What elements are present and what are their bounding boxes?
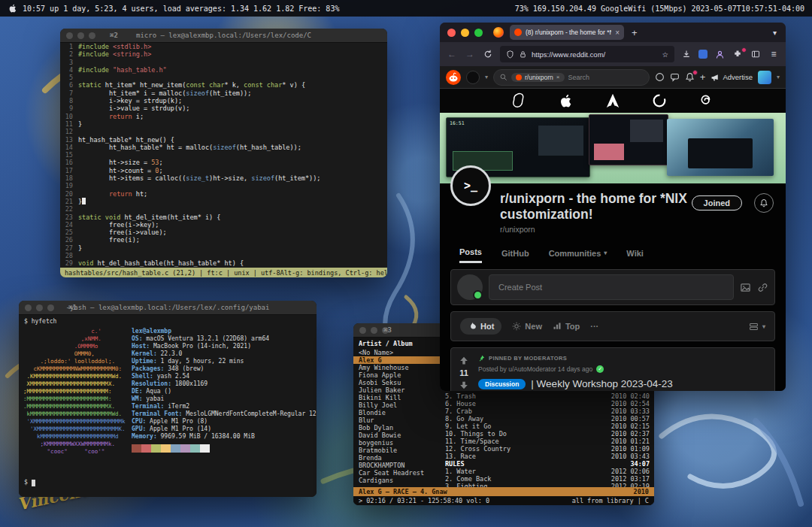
artist-item[interactable]: boygenius [353,439,442,447]
tab-posts[interactable]: Posts [459,247,482,263]
track-item[interactable]: 10. Things to Do2010 02:37 [442,430,654,438]
new-tab-button[interactable]: + [632,27,638,38]
address-bar[interactable]: https://www.reddit.com/ ☆ [500,46,674,62]
minimize-button[interactable] [371,327,377,334]
zoom-button[interactable] [47,304,54,311]
reload-button[interactable] [482,50,494,59]
create-post-plus-icon[interactable]: + [700,71,706,83]
minimize-button[interactable] [77,32,84,39]
micro-titlebar[interactable]: ⌘2 micro — lex@alexmbp.local:/Users/lex/… [60,29,387,43]
artist-item[interactable]: Blondie [353,409,442,416]
notify-bell-button[interactable] [754,193,774,213]
chevron-down-icon[interactable]: ▾ [485,74,488,80]
track-item[interactable]: 9. Let it Go2010 02:15 [442,423,654,430]
minimize-button[interactable] [461,29,469,37]
shell-prompt[interactable]: $ [24,479,35,486]
subreddit-chip[interactable]: r/unixporn × [511,73,564,82]
search-bar[interactable]: r/unixporn × Search [493,69,650,86]
download-icon[interactable] [680,50,692,59]
terminal-output[interactable]: $ hyfetch c.' ,xNMM. .OMMMMo OMMM0, .;lo… [19,315,317,497]
close-button[interactable] [66,32,73,39]
coins-icon[interactable] [655,72,665,82]
browser-tab[interactable]: (8) r/unixporn - the home for *N × [510,25,624,40]
post-flair[interactable]: Discussion [478,379,526,389]
artist-item[interactable]: <No Name> [353,349,442,356]
artist-item[interactable]: Julien Baker [353,386,442,394]
subreddit-avatar[interactable]: >_ [450,165,491,206]
joined-button[interactable]: Joined [692,195,742,210]
apple-menu-icon[interactable] [8,3,17,14]
firefox-titlebar[interactable]: (8) r/unixporn - the home for *N × + ▾ [440,23,786,42]
track-item[interactable]: 1. Water2012 02:06 [442,468,654,475]
lock-icon[interactable] [519,50,527,59]
close-button[interactable] [359,327,366,334]
post-card[interactable]: 11 PINNED BY MODERATORS Posted by u/Auto… [450,347,775,391]
artist-item[interactable]: Amy Winehouse [353,364,442,371]
artist-item[interactable]: Bob Dylan [353,424,442,432]
bookmark-star-icon[interactable]: ☆ [662,50,668,59]
artist-item[interactable]: Asobi Seksu [353,379,442,386]
track-item[interactable]: 12. Cross Country2010 01:09 [442,445,654,453]
artist-item[interactable]: BROCKHAMPTON [353,462,442,469]
code-editor[interactable]: 1#include <stdlib.h>2#include <string.h>… [60,43,387,268]
shield-icon[interactable] [506,50,514,59]
artist-item[interactable]: Billy Joel [353,401,442,409]
user-avatar[interactable] [457,274,483,300]
image-post-icon[interactable] [740,282,751,293]
url-text[interactable]: https://www.reddit.com/ [532,50,657,59]
close-button[interactable] [25,304,32,311]
tab-github[interactable]: GitHub [501,247,529,263]
user-avatar[interactable] [758,71,771,84]
bell-icon[interactable] [685,72,695,82]
sort-top-button[interactable]: Top [553,322,580,331]
community-dropdown[interactable] [466,71,480,84]
track-item[interactable]: 11. Time/Space2010 01:21 [442,438,654,445]
firefox-view-icon[interactable] [493,27,504,38]
artist-item[interactable]: Cardigans [353,477,442,484]
track-item[interactable]: 8. Go Away2010 00:57 [442,415,654,423]
byline-text[interactable]: Posted by u/AutoModerator 14 days ago [478,365,592,373]
advertise-button[interactable]: Advertise [710,73,753,82]
profile-icon[interactable] [714,50,726,59]
menu-icon[interactable]: ≡ [768,49,780,59]
sidebar-icon[interactable] [750,50,762,59]
fetch-titlebar[interactable]: ⌘1 -yash — lex@alexmbp.local:/Users/lex/… [19,301,317,315]
zoom-button[interactable] [89,32,95,39]
link-post-icon[interactable] [757,282,768,293]
tab-close-icon[interactable]: × [615,29,620,37]
track-list[interactable]: 5. Trash2010 02:406. House2010 02:547. C… [442,392,654,487]
artist-pane[interactable]: Artist / Album <No Name>Alex GAmy Wineho… [353,338,442,487]
extensions-puzzle-icon[interactable] [732,50,744,59]
view-toggle-button[interactable]: ▾ [749,322,765,332]
artist-item[interactable]: Car Seat Headrest [353,469,442,477]
sort-new-button[interactable]: New [512,322,542,331]
post-title[interactable]: | Weekly Workshop 2023-04-23 [531,378,672,389]
reddit-logo[interactable] [446,70,461,85]
tab-wiki[interactable]: Wiki [626,247,644,263]
album-header-row[interactable]: RULES34:07 [442,460,654,468]
track-item[interactable]: 5. Trash2010 02:40 [442,392,654,400]
close-button[interactable] [447,29,456,37]
artist-item[interactable]: Blur [353,416,442,424]
chat-icon[interactable] [670,72,680,82]
sort-more-button[interactable]: ··· [590,322,598,331]
artist-item[interactable]: Alex G [353,356,442,364]
tab-communities[interactable]: Communities▾ [549,247,607,263]
back-button[interactable]: ← [446,49,458,59]
track-item[interactable]: 13. Race2010 03:43 [442,453,654,460]
artist-item[interactable]: Bikini Kill [353,394,442,401]
forward-button[interactable]: → [464,49,476,59]
extension-icon[interactable] [698,50,707,59]
artist-item[interactable]: Brenda [353,454,442,462]
downvote-icon[interactable] [459,380,469,390]
artist-item[interactable]: Bratmobile [353,447,442,454]
artist-item[interactable]: David Bowie [353,432,442,439]
track-item[interactable]: 2. Come Back2012 03:17 [442,475,654,483]
create-post-input[interactable] [489,274,734,300]
minimize-button[interactable] [36,304,43,311]
artist-item[interactable]: Fiona Apple [353,371,442,379]
list-tabs-icon[interactable]: ▾ [773,29,777,37]
account-chevron-icon[interactable]: ▾ [777,74,780,80]
upvote-icon[interactable] [459,356,469,366]
zoom-button[interactable] [474,29,483,37]
